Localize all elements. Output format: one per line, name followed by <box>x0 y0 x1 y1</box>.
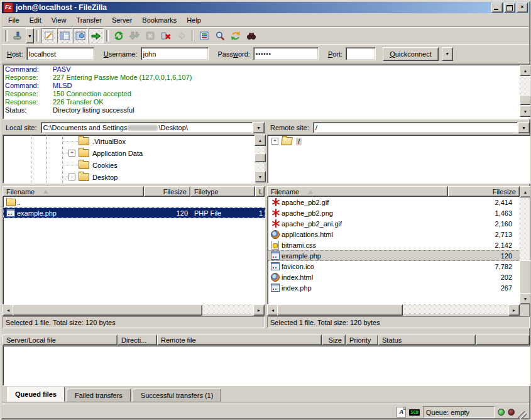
file-row-parent-dir[interactable]: .. <box>3 197 265 207</box>
file-row[interactable]: index.php 267 <box>268 282 520 293</box>
tree-item-desktop[interactable]: - Desktop <box>3 171 255 183</box>
scroll-thumb[interactable] <box>520 260 531 294</box>
tree-item-cookies[interactable]: Cookies <box>3 159 255 171</box>
scroll-down-icon[interactable]: ▼ <box>255 171 266 182</box>
column-filename[interactable]: Filename <box>3 186 144 197</box>
username-input[interactable]: john <box>141 47 209 60</box>
maximize-button[interactable] <box>504 3 515 13</box>
log-scrollbar[interactable]: ▲ ▼ <box>520 65 530 117</box>
tree-item-root[interactable]: + / <box>268 135 530 147</box>
column-filesize[interactable]: Filesize <box>144 186 190 197</box>
scroll-right-icon[interactable]: ► <box>508 304 520 316</box>
file-row[interactable]: apache_pb2.png 1,463 <box>268 207 520 218</box>
password-input[interactable]: •••••• <box>253 47 319 60</box>
resize-grip[interactable] <box>518 411 527 420</box>
tab-failed-transfers[interactable]: Failed transfers <box>67 389 131 402</box>
quickconnect-dropdown-icon[interactable]: ▼ <box>442 47 453 61</box>
find-files-icon[interactable] <box>244 28 259 43</box>
local-site-combobox[interactable]: C:\Documents and Settings\Desktop\ ▼ <box>41 122 265 133</box>
column-remote-file[interactable]: Remote file <box>157 334 322 345</box>
message-log: Command:PASV Response:227 Entering Passi… <box>3 64 531 119</box>
remote-list-hscrollbar[interactable]: ◄ ► <box>267 304 520 314</box>
expand-icon[interactable]: + <box>68 150 75 157</box>
column-status[interactable]: Status <box>378 334 476 345</box>
file-row-example-php[interactable]: example.php 120 PHP File 1 <box>3 207 265 218</box>
quickconnect-button[interactable]: Quickconnect <box>383 47 439 61</box>
file-row[interactable]: favicon.ico 7,782 <box>268 261 520 272</box>
title-bar[interactable]: Fz john@localhost - FileZilla × <box>2 2 529 13</box>
toggle-local-tree-icon[interactable] <box>57 28 72 43</box>
refresh-icon[interactable] <box>111 28 126 43</box>
process-queue-icon[interactable] <box>127 28 142 43</box>
scroll-up-icon[interactable]: ▲ <box>520 186 531 197</box>
queue-body[interactable] <box>3 345 531 386</box>
column-size[interactable]: Size <box>322 334 346 345</box>
column-filesize[interactable]: Filesize <box>448 186 520 197</box>
column-direction[interactable]: Directi... <box>118 334 157 345</box>
local-list-hscrollbar[interactable]: ◄ ► <box>3 304 265 314</box>
tree-item-virtualbox[interactable]: .VirtualBox <box>3 135 255 147</box>
toggle-message-log-icon[interactable] <box>41 28 57 43</box>
tab-successful-transfers[interactable]: Successful transfers (1) <box>133 389 222 402</box>
menu-view[interactable]: View <box>47 15 72 25</box>
scroll-right-icon[interactable]: ► <box>253 304 265 316</box>
host-input[interactable]: localhost <box>26 47 94 60</box>
menu-bookmarks[interactable]: Bookmarks <box>137 15 182 25</box>
menu-server[interactable]: Server <box>107 15 137 25</box>
column-filename[interactable]: Filename <box>267 186 448 197</box>
toggle-transfer-queue-icon[interactable] <box>89 28 104 43</box>
column-lastmodified[interactable]: L <box>255 186 265 197</box>
tab-queued-files[interactable]: Queued files <box>7 387 65 402</box>
scroll-up-icon[interactable]: ▲ <box>520 65 531 76</box>
expand-icon[interactable]: + <box>271 138 278 145</box>
disconnect-icon[interactable] <box>158 28 173 43</box>
local-path-value[interactable]: C:\Documents and Settings\Desktop\ <box>41 122 253 133</box>
minimize-button[interactable] <box>491 3 503 13</box>
local-tree[interactable]: .VirtualBox + Application Data Cookies -… <box>3 135 256 184</box>
file-row[interactable]: apache_pb2_ani.gif 2,160 <box>268 218 520 229</box>
remote-path-value[interactable]: / <box>313 122 518 133</box>
file-row[interactable]: applications.html 2,713 <box>268 229 520 240</box>
tree-connector <box>63 141 78 141</box>
file-row[interactable]: apache_pb2.gif 2,414 <box>268 197 520 207</box>
scroll-thumb[interactable] <box>520 95 531 105</box>
menu-transfer[interactable]: Transfer <box>71 15 107 25</box>
scroll-thumb[interactable] <box>277 304 403 316</box>
menu-help[interactable]: Help <box>182 15 206 25</box>
column-priority[interactable]: Priority <box>346 334 378 345</box>
scroll-up-icon[interactable]: ▲ <box>255 135 266 146</box>
speed-limits-icon[interactable]: SCD <box>409 409 420 416</box>
synchronized-browsing-icon[interactable] <box>228 28 243 43</box>
file-row[interactable]: bitnami.css 2,142 <box>268 240 520 250</box>
column-server-local-file[interactable]: Server/Local file <box>3 334 118 345</box>
reconnect-icon[interactable] <box>174 28 189 43</box>
file-row-selected[interactable]: example.php 120 <box>268 250 520 261</box>
port-input[interactable] <box>346 47 376 60</box>
menu-file[interactable]: File <box>3 15 25 25</box>
site-manager-icon[interactable] <box>10 28 25 43</box>
cancel-icon[interactable] <box>143 28 158 43</box>
local-tree-scrollbar[interactable]: ▲ ▼ <box>255 135 265 182</box>
combo-dropdown-icon[interactable]: ▼ <box>518 122 530 133</box>
scroll-down-icon[interactable]: ▼ <box>520 293 531 304</box>
menu-edit[interactable]: Edit <box>25 15 47 25</box>
remote-tree[interactable]: + / <box>267 135 531 184</box>
scroll-down-icon[interactable]: ▼ <box>520 106 531 117</box>
remote-list-scrollbar[interactable]: ▲ ▼ <box>520 186 530 304</box>
file-row[interactable]: index.html 202 <box>268 272 520 282</box>
scroll-thumb[interactable] <box>13 304 202 316</box>
directory-listing-filters-icon[interactable] <box>197 28 212 43</box>
collapse-icon[interactable]: - <box>68 174 75 180</box>
scroll-thumb[interactable] <box>255 153 266 162</box>
remote-file-list[interactable]: apache_pb2.gif 2,414 apache_pb2.png 1,46… <box>267 197 520 304</box>
remote-site-combobox[interactable]: / ▼ <box>313 122 530 133</box>
close-button[interactable]: × <box>517 3 528 13</box>
site-manager-dropdown-icon[interactable]: ▼ <box>26 28 34 43</box>
ascii-datatype-icon[interactable]: A <box>397 407 406 417</box>
tree-item-application-data[interactable]: + Application Data <box>3 147 255 159</box>
directory-comparison-icon[interactable] <box>212 28 227 43</box>
toggle-remote-tree-icon[interactable] <box>73 28 88 43</box>
local-file-list[interactable]: .. example.php 120 PHP File 1 <box>3 197 265 304</box>
combo-dropdown-icon[interactable]: ▼ <box>253 122 265 133</box>
column-filetype[interactable]: Filetype <box>190 186 255 197</box>
